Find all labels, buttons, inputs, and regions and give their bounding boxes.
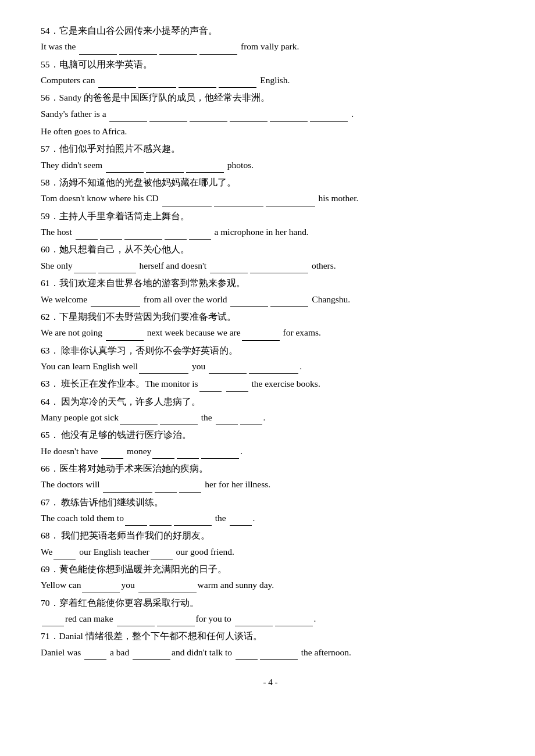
blank-61-2 (230, 297, 268, 307)
english-54: It was the from vally park. (41, 39, 500, 54)
exercise-54: 54．它是来自山谷公园传来小提琴的声音。 It was the from val… (41, 23, 500, 55)
chinese-67: 67． 教练告诉他们继续训练。 (41, 495, 500, 510)
exercise-68: 68． 我们把英语老师当作我们的好朋友。 We our English teac… (41, 528, 500, 559)
english-63a: You can learn English well you . (41, 359, 500, 374)
blank-59-2 (100, 229, 122, 240)
blank-60-1 (74, 263, 96, 273)
exercise-59: 59．主持人手里拿着话筒走上舞台。 The host a microphone … (41, 209, 500, 240)
blank-57-2 (146, 162, 184, 173)
blank-69-2 (138, 583, 197, 593)
blank-58-1 (162, 196, 212, 206)
blank-64-4 (240, 415, 262, 425)
exercise-63b: 63． 班长正在发作业本。The monitor is the exercise… (41, 376, 500, 391)
blank-67-2 (149, 515, 172, 526)
english-56a: Sandy's father is a . (41, 106, 500, 122)
blank-63b-label-1 (199, 381, 222, 392)
main-content: 54．它是来自山谷公园传来小提琴的声音。 It was the from val… (41, 23, 500, 660)
exercise-62: 62．下星期我们不去野营因为我们要准备考试。 We are not going … (41, 309, 500, 341)
chinese-63b: 63． 班长正在发作业本。The monitor is the exercise… (41, 376, 500, 391)
english-64: Many people got sick the . (41, 410, 500, 425)
blank-55-4 (219, 77, 256, 88)
chinese-61: 61．我们欢迎来自世界各地的游客到常熟来参观。 (41, 276, 500, 291)
blank-54-1 (79, 44, 117, 55)
chinese-62: 62．下星期我们不去野营因为我们要准备考试。 (41, 309, 500, 324)
chinese-60: 60．她只想着自己，从不关心他人。 (41, 242, 500, 257)
exercise-57: 57．他们似乎对拍照片不感兴趣。 They didn't seem photos… (41, 141, 500, 173)
blank-59-1 (76, 229, 98, 240)
blank-56-5 (270, 111, 308, 122)
blank-56-4 (230, 111, 268, 122)
blank-64-3 (216, 415, 238, 425)
blank-70-1 (42, 616, 64, 626)
blank-58-2 (214, 196, 263, 206)
blank-62-2 (242, 330, 280, 341)
blank-61-3 (270, 297, 308, 307)
exercise-56: 56．Sandy 的爸爸是中国医疗队的成员，他经常去非洲。 Sandy's fa… (41, 90, 500, 139)
english-58: Tom doesn't know where his CD his mother… (41, 191, 500, 206)
english-55: Computers can English. (41, 73, 500, 88)
exercise-64: 64． 因为寒冷的天气，许多人患病了。 Many people got sick… (41, 394, 500, 426)
blank-59-5 (189, 229, 211, 240)
exercise-71: 71．Danial 情绪很差，整个下午都不想和任何人谈话。 Daniel was… (41, 629, 500, 660)
exercise-65: 65． 他没有足够的钱进行医疗诊治。 He doesn't have money… (41, 427, 500, 459)
blank-70-3 (157, 616, 195, 626)
english-68: We our English teacher our good friend. (41, 544, 500, 559)
blank-54-2 (119, 44, 157, 55)
blank-63a-2 (209, 363, 247, 374)
blank-55-2 (138, 77, 176, 88)
blank-66-1 (103, 482, 152, 493)
blank-62-1 (106, 330, 144, 341)
chinese-55: 55．电脑可以用来学英语。 (41, 57, 500, 72)
blank-61-1 (91, 297, 140, 307)
blank-58-3 (266, 196, 315, 206)
blank-55-1 (98, 77, 136, 88)
chinese-54: 54．它是来自山谷公园传来小提琴的声音。 (41, 23, 500, 38)
blank-64-1 (120, 415, 158, 425)
chinese-64: 64． 因为寒冷的天气，许多人患病了。 (41, 394, 500, 409)
chinese-65: 65． 他没有足够的钱进行医疗诊治。 (41, 427, 500, 443)
blank-59-3 (124, 229, 162, 240)
blank-56-3 (190, 111, 227, 122)
english-61: We welcome from all over the world Chang… (41, 292, 500, 307)
blank-54-3 (159, 44, 197, 55)
blank-57-3 (186, 162, 224, 173)
exercise-70: 70．穿着红色能使你更容易采取行动。 red can make for you … (41, 595, 500, 627)
exercise-60: 60．她只想着自己，从不关心他人。 She only herself and d… (41, 242, 500, 273)
exercise-61: 61．我们欢迎来自世界各地的游客到常熟来参观。 We welcome from … (41, 276, 500, 307)
blank-68-1 (54, 549, 76, 559)
chinese-58: 58．汤姆不知道他的光盘被他妈妈藏在哪儿了。 (41, 175, 500, 190)
blank-68-2 (151, 549, 173, 559)
chinese-56: 56．Sandy 的爸爸是中国医疗队的成员，他经常去非洲。 (41, 90, 500, 105)
blank-65-4 (201, 448, 239, 459)
blank-71-4 (260, 650, 298, 660)
blank-56-1 (109, 111, 147, 122)
page-footer: - 4 - (41, 677, 500, 687)
exercise-66: 66．医生将对她动手术来医治她的疾病。 The doctors will her… (41, 461, 500, 493)
blank-67-4 (230, 515, 252, 526)
english-66: The doctors will her for her illness. (41, 477, 500, 492)
blank-59-4 (165, 229, 187, 240)
english-62: We are not going next week because we ar… (41, 325, 500, 340)
blank-71-1 (84, 650, 106, 660)
blank-66-3 (179, 482, 201, 493)
blank-66-2 (155, 482, 177, 493)
page-number: - 4 - (263, 677, 278, 687)
exercise-55: 55．电脑可以用来学英语。 Computers can English. (41, 57, 500, 88)
chinese-68: 68． 我们把英语老师当作我们的好朋友。 (41, 528, 500, 543)
blank-56-6 (310, 111, 348, 122)
blank-63a-3 (249, 363, 298, 374)
english-69: Yellow canyou warm and sunny day. (41, 577, 500, 593)
blank-65-1 (101, 448, 123, 459)
blank-71-2 (133, 650, 170, 660)
english-59: The host a microphone in her hand. (41, 224, 500, 240)
blank-70-5 (275, 616, 313, 626)
exercise-58: 58．汤姆不知道他的光盘被他妈妈藏在哪儿了。 Tom doesn't know … (41, 175, 500, 206)
english-67: The coach told them to the . (41, 511, 500, 526)
blank-54-4 (199, 44, 237, 55)
chinese-69: 69．黄色能使你想到温暖并充满阳光的日子。 (41, 562, 500, 577)
chinese-59: 59．主持人手里拿着话筒走上舞台。 (41, 209, 500, 224)
blank-55-3 (179, 77, 216, 88)
exercise-69: 69．黄色能使你想到温暖并充满阳光的日子。 Yellow canyou warm… (41, 562, 500, 593)
english-71: Daniel was a bad and didn't talk to the … (41, 645, 500, 660)
blank-70-4 (235, 616, 273, 626)
